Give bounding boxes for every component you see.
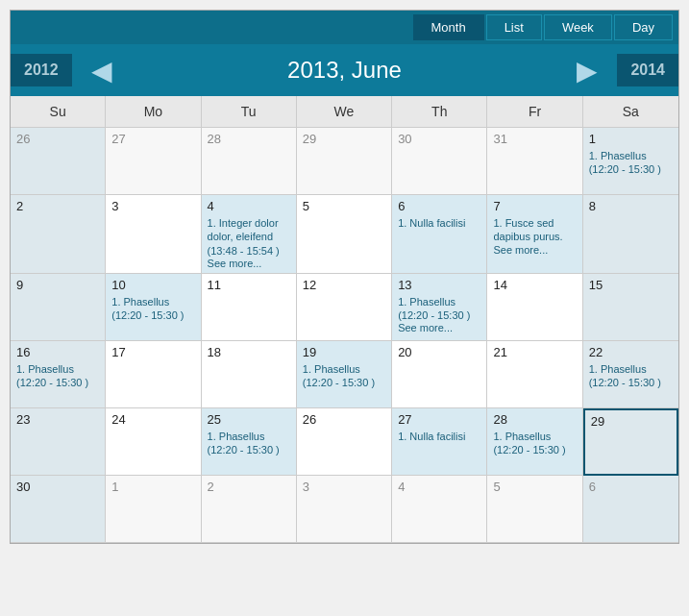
cal-cell[interactable]: 23: [11, 408, 106, 476]
event-item[interactable]: 1. Phasellus (12:20 - 15:30 ): [493, 430, 576, 457]
cal-cell[interactable]: 11: [202, 274, 297, 341]
cal-cell[interactable]: 26: [297, 408, 392, 476]
day-number: 28: [493, 412, 576, 427]
cal-cell[interactable]: 26: [11, 128, 106, 195]
event-item[interactable]: 1. Fusce sed dapibus purus.: [493, 216, 576, 244]
day-number: 30: [16, 480, 99, 494]
cal-cell[interactable]: 281. Phasellus (12:20 - 15:30 ): [487, 408, 582, 476]
day-number: 5: [303, 199, 385, 213]
day-number: 25: [208, 412, 290, 427]
day-number: 29: [591, 414, 671, 429]
day-header-su: Su: [11, 96, 106, 127]
day-number: 17: [111, 345, 194, 359]
tab-month[interactable]: Month: [413, 14, 484, 40]
day-number: 12: [303, 278, 385, 292]
day-number: 1: [589, 132, 673, 146]
cal-cell[interactable]: 3: [297, 476, 392, 543]
cal-cell[interactable]: 4: [392, 476, 487, 543]
cal-cell[interactable]: 161. Phasellus (12:20 - 15:30 ): [11, 341, 106, 408]
tab-list[interactable]: List: [486, 14, 542, 40]
cal-cell[interactable]: 101. Phasellus (12:20 - 15:30 ): [106, 274, 201, 341]
cal-cell[interactable]: 251. Phasellus (12:20 - 15:30 ): [202, 408, 297, 476]
day-number: 1: [111, 480, 194, 494]
cal-cell[interactable]: 27: [106, 128, 201, 195]
cal-cell[interactable]: 8: [583, 195, 678, 274]
cal-cell[interactable]: 1: [106, 476, 201, 543]
event-item[interactable]: 1. Phasellus (12:20 - 15:30 ): [398, 295, 480, 323]
day-headers: SuMoTuWeThFrSa: [11, 96, 678, 128]
day-number: 16: [16, 345, 99, 359]
cal-cell[interactable]: 9: [11, 274, 106, 341]
cal-cell[interactable]: 31: [487, 128, 582, 195]
cal-cell[interactable]: 71. Fusce sed dapibus purus.See more...: [487, 195, 582, 274]
cal-cell[interactable]: 61. Nulla facilisi: [392, 195, 487, 274]
day-number: 14: [493, 278, 576, 292]
cal-cell[interactable]: 24: [106, 408, 201, 476]
event-item[interactable]: 1. Phasellus (12:20 - 15:30 ): [111, 295, 194, 323]
cal-cell[interactable]: 29: [583, 408, 678, 476]
day-header-sa: Sa: [583, 96, 678, 127]
cal-cell[interactable]: 2: [11, 195, 106, 274]
day-number: 23: [16, 412, 99, 427]
cal-cell[interactable]: 18: [202, 341, 297, 408]
tab-day[interactable]: Day: [614, 14, 673, 40]
cal-cell[interactable]: 3: [106, 195, 201, 274]
day-number: 26: [303, 412, 385, 427]
cal-cell[interactable]: 17: [106, 341, 201, 408]
day-number: 31: [493, 132, 576, 146]
cal-cell[interactable]: 11. Phasellus (12:20 - 15:30 ): [583, 128, 678, 195]
cal-cell[interactable]: 14: [487, 274, 582, 341]
prev-month-button[interactable]: ◀: [72, 55, 132, 86]
cal-cell[interactable]: 30: [392, 128, 487, 195]
day-number: 22: [589, 345, 673, 359]
day-header-we: We: [297, 96, 392, 127]
event-item[interactable]: 1. Phasellus (12:20 - 15:30 ): [303, 362, 385, 390]
cal-cell[interactable]: 271. Nulla facilisi: [392, 408, 487, 476]
see-more-link[interactable]: See more...: [208, 258, 290, 269]
cal-cell[interactable]: 41. Integer dolor dolor, eleifend (13:48…: [202, 195, 297, 274]
day-number: 27: [398, 412, 480, 427]
cal-cell[interactable]: 5: [297, 195, 392, 274]
cal-cell[interactable]: 12: [297, 274, 392, 341]
cal-cell[interactable]: 2: [202, 476, 297, 543]
day-number: 27: [111, 132, 194, 146]
cal-cell[interactable]: 29: [297, 128, 392, 195]
cal-cell[interactable]: 131. Phasellus (12:20 - 15:30 )See more.…: [392, 274, 487, 341]
cal-cell[interactable]: 191. Phasellus (12:20 - 15:30 ): [297, 341, 392, 408]
event-item[interactable]: 1. Phasellus (12:20 - 15:30 ): [589, 362, 673, 390]
year-prev-button[interactable]: 2012: [11, 54, 72, 86]
cal-cell[interactable]: 20: [392, 341, 487, 408]
day-number: 4: [398, 480, 480, 494]
day-number: 21: [493, 345, 576, 359]
day-header-tu: Tu: [202, 96, 297, 127]
cal-cell[interactable]: 221. Phasellus (12:20 - 15:30 ): [583, 341, 678, 408]
cal-cell[interactable]: 5: [487, 476, 582, 543]
year-next-button[interactable]: 2014: [617, 54, 678, 86]
cal-cell[interactable]: 15: [583, 274, 678, 341]
next-month-button[interactable]: ▶: [557, 55, 617, 86]
see-more-link[interactable]: See more...: [398, 322, 480, 333]
event-item[interactable]: 1. Nulla facilisi: [398, 216, 480, 230]
event-item[interactable]: 1. Integer dolor dolor, eleifend (13:48 …: [208, 216, 290, 258]
cal-header: 2012 ◀ 2013, June ▶ 2014: [11, 44, 678, 96]
calendar-title: 2013, June: [132, 57, 558, 84]
cal-cell[interactable]: 21: [487, 341, 582, 408]
calendar-grid: 26272829303111. Phasellus (12:20 - 15:30…: [11, 128, 678, 543]
cal-cell[interactable]: 30: [11, 476, 106, 543]
event-item[interactable]: 1. Nulla facilisi: [398, 430, 480, 443]
day-header-fr: Fr: [487, 96, 582, 127]
tab-week[interactable]: Week: [544, 14, 612, 40]
view-tabs: MonthListWeekDay: [11, 11, 678, 44]
event-item[interactable]: 1. Phasellus (12:20 - 15:30 ): [589, 149, 673, 177]
cal-cell[interactable]: 28: [202, 128, 297, 195]
see-more-link[interactable]: See more...: [493, 244, 576, 256]
day-number: 18: [208, 345, 290, 359]
event-item[interactable]: 1. Phasellus (12:20 - 15:30 ): [16, 362, 99, 390]
day-header-mo: Mo: [106, 96, 201, 127]
event-item[interactable]: 1. Phasellus (12:20 - 15:30 ): [208, 430, 290, 457]
cal-cell[interactable]: 6: [583, 476, 678, 543]
day-number: 10: [111, 278, 194, 292]
day-number: 2: [16, 199, 99, 213]
day-number: 2: [208, 480, 290, 494]
day-number: 30: [398, 132, 480, 146]
